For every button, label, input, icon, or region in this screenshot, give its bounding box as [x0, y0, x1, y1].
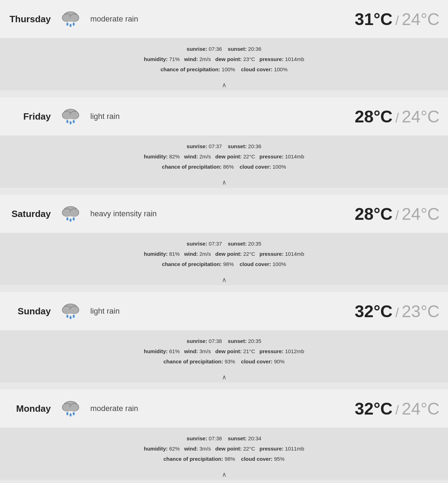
svg-rect-24 — [64, 310, 77, 314]
precip-label: chance of precipitation: — [163, 456, 223, 462]
svg-rect-31 — [64, 407, 77, 411]
precip-label: chance of precipitation: — [162, 164, 222, 170]
humidity-label: humidity: — [144, 251, 168, 257]
sunrise-label: sunrise: — [187, 46, 207, 52]
dewpoint-label: dew point: — [215, 153, 242, 159]
day-block-thursday: Thursday moderate rain 31°C / 24°C sunri… — [0, 0, 448, 90]
sunset-label: sunset: — [228, 338, 247, 344]
sunrise-label: sunrise: — [187, 435, 207, 441]
day-spacer — [0, 286, 448, 292]
collapse-btn-saturday[interactable] — [0, 274, 448, 285]
day-details-friday: sunrise: 07:37 sunset: 20:36 humidity: 8… — [0, 135, 448, 176]
precip-cloud-row-sunday: chance of precipitation: 93% cloud cover… — [0, 357, 448, 366]
humidity-wind-row-monday: humidity: 62% wind: 3m/s dew point: 22°C… — [0, 445, 448, 453]
humidity-label: humidity: — [144, 446, 168, 452]
precip-label: chance of precipitation: — [162, 261, 222, 267]
day-block-saturday: Saturday heavy intensity rain 28°C / 24°… — [0, 195, 448, 285]
pressure-label: pressure: — [259, 348, 283, 354]
sunrise-label: sunrise: — [187, 143, 207, 149]
sunrise-sunset-row-saturday: sunrise: 07:37 sunset: 20:35 — [0, 240, 448, 248]
sunrise-label: sunrise: — [187, 241, 207, 247]
temp-high-friday: 28°C — [355, 107, 392, 126]
day-header-sunday: Sunday light rain 32°C / 23°C — [0, 292, 448, 330]
day-block-monday: Monday moderate rain 32°C / 24°C sunrise… — [0, 390, 448, 480]
svg-point-32 — [66, 412, 68, 415]
temp-low-thursday: 24°C — [402, 10, 440, 29]
weather-desc-friday: light rain — [90, 112, 355, 121]
pressure-label: pressure: — [259, 56, 283, 62]
humidity-label: humidity: — [144, 56, 168, 62]
temp-low-sunday: 23°C — [402, 302, 440, 321]
precip-cloud-row-thursday: chance of precipitation: 100% cloud cove… — [0, 65, 448, 74]
temps-thursday: 31°C / 24°C — [355, 10, 440, 29]
day-block-friday: Friday light rain 28°C / 24°C sunrise: 0… — [0, 97, 448, 188]
svg-rect-17 — [64, 212, 77, 216]
weather-icon-thursday — [58, 6, 83, 32]
cloudcover-label: cloud cover: — [241, 456, 272, 462]
cloudcover-label: cloud cover: — [240, 164, 271, 170]
collapse-btn-sunday[interactable] — [0, 371, 448, 382]
day-details-thursday: sunrise: 07:36 sunset: 20:36 humidity: 7… — [0, 38, 448, 79]
humidity-label: humidity: — [144, 153, 168, 159]
wind-label: wind: — [184, 251, 198, 257]
day-name-thursday: Thursday — [8, 14, 51, 25]
temps-friday: 28°C / 24°C — [355, 107, 440, 126]
day-header-monday: Monday moderate rain 32°C / 24°C — [0, 390, 448, 428]
humidity-wind-row-saturday: humidity: 81% wind: 2m/s dew point: 22°C… — [0, 250, 448, 258]
wind-label: wind: — [184, 446, 198, 452]
day-spacer — [0, 91, 448, 97]
day-name-friday: Friday — [8, 111, 51, 122]
svg-point-26 — [69, 316, 71, 319]
temp-low-friday: 24°C — [402, 107, 440, 126]
weather-icon-monday — [58, 396, 83, 421]
svg-rect-3 — [64, 18, 77, 22]
day-header-friday: Friday light rain 28°C / 24°C — [0, 97, 448, 135]
temp-sep-thursday: / — [395, 13, 399, 28]
day-name-monday: Monday — [8, 403, 51, 414]
weather-desc-saturday: heavy intensity rain — [90, 209, 355, 218]
temp-low-monday: 24°C — [402, 399, 440, 418]
weather-desc-sunday: light rain — [90, 307, 355, 316]
svg-point-27 — [73, 315, 74, 318]
dewpoint-label: dew point: — [215, 56, 242, 62]
precip-cloud-row-friday: chance of precipitation: 86% cloud cover… — [0, 163, 448, 171]
weather-icon-sunday — [58, 298, 83, 324]
weather-app: Thursday moderate rain 31°C / 24°C sunri… — [0, 0, 448, 480]
temp-high-monday: 32°C — [355, 399, 392, 418]
precip-cloud-row-saturday: chance of precipitation: 98% cloud cover… — [0, 260, 448, 268]
temp-sep-friday: / — [395, 111, 399, 126]
cloudcover-label: cloud cover: — [241, 66, 272, 72]
day-details-saturday: sunrise: 07:37 sunset: 20:35 humidity: 8… — [0, 233, 448, 274]
humidity-wind-row-sunday: humidity: 61% wind: 3m/s dew point: 21°C… — [0, 347, 448, 356]
collapse-btn-friday[interactable] — [0, 176, 448, 188]
dewpoint-label: dew point: — [215, 251, 242, 257]
temp-sep-monday: / — [395, 403, 399, 418]
wind-label: wind: — [184, 348, 198, 354]
temp-high-saturday: 28°C — [355, 204, 392, 224]
svg-point-5 — [69, 24, 71, 27]
svg-point-12 — [69, 121, 71, 125]
humidity-label: humidity: — [144, 348, 168, 354]
sunrise-sunset-row-friday: sunrise: 07:37 sunset: 20:36 — [0, 142, 448, 151]
day-header-saturday: Saturday heavy intensity rain 28°C / 24°… — [0, 195, 448, 233]
weather-desc-thursday: moderate rain — [90, 14, 355, 24]
svg-point-25 — [66, 315, 68, 318]
sunset-label: sunset: — [228, 143, 247, 149]
wind-label: wind: — [184, 153, 198, 159]
humidity-wind-row-friday: humidity: 82% wind: 2m/s dew point: 22°C… — [0, 152, 448, 161]
cloudcover-label: cloud cover: — [241, 358, 272, 364]
day-spacer — [0, 383, 448, 390]
dewpoint-label: dew point: — [215, 348, 242, 354]
svg-point-11 — [66, 120, 68, 123]
svg-point-19 — [69, 219, 71, 222]
day-details-monday: sunrise: 07:38 sunset: 20:34 humidity: 6… — [0, 428, 448, 469]
collapse-btn-monday[interactable] — [0, 469, 448, 480]
temp-sep-saturday: / — [395, 208, 399, 223]
day-name-saturday: Saturday — [8, 209, 51, 219]
temp-sep-sunday: / — [395, 306, 399, 320]
sunrise-sunset-row-monday: sunrise: 07:38 sunset: 20:34 — [0, 434, 448, 443]
svg-point-34 — [73, 412, 74, 415]
weather-icon-friday — [58, 104, 83, 129]
weather-icon-saturday — [58, 201, 83, 227]
collapse-btn-thursday[interactable] — [0, 79, 448, 90]
